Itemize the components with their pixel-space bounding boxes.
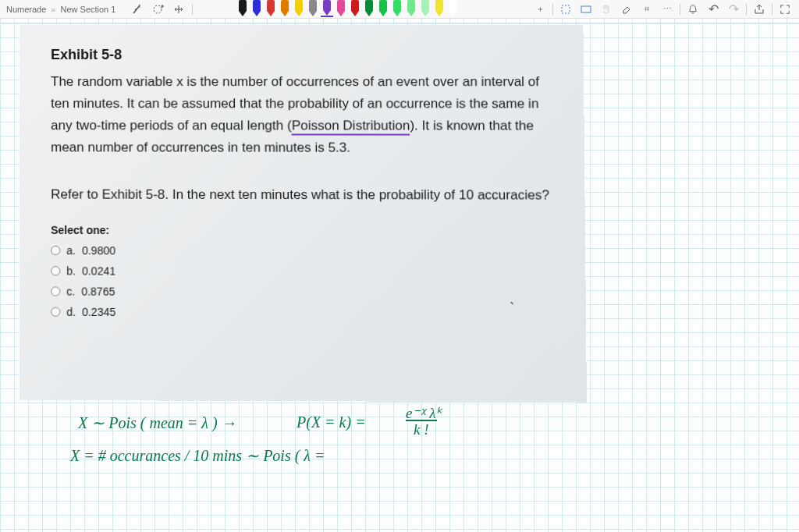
handwriting-line1a: X ∼ Pois ( mean = λ ) →	[78, 413, 237, 432]
svg-rect-2	[562, 5, 570, 13]
move-tool-icon[interactable]	[172, 2, 186, 16]
option-letter: b.	[66, 265, 76, 278]
hand-icon[interactable]	[598, 2, 614, 16]
option-letter: d.	[66, 306, 76, 318]
handwriting-frac-bot: k !	[406, 420, 437, 438]
select-icon[interactable]	[578, 2, 594, 16]
tool-group-text: I	[131, 2, 193, 16]
stray-mark: `	[510, 300, 514, 317]
bell-icon[interactable]	[685, 2, 701, 16]
option-d[interactable]: d.0.2345	[51, 306, 557, 320]
handwriting-line2: X = # occurances / 10 mins ∼ Pois ( λ =	[70, 446, 325, 465]
pen-color-13[interactable]	[419, 0, 431, 17]
option-b[interactable]: b.0.0241	[51, 265, 557, 279]
question-prompt: Refer to Exhibit 5-8. In the next ten mi…	[51, 184, 556, 206]
pen-color-7[interactable]	[335, 0, 347, 17]
toolbar-separator	[772, 4, 772, 15]
options-list: a.0.9800b.0.0241c.0.8765d.0.2345	[51, 244, 557, 320]
pen-color-14[interactable]	[433, 0, 446, 17]
svg-text:I: I	[139, 3, 140, 9]
exhibit-title: Exhibit 5-8	[51, 47, 555, 63]
pen-color-0[interactable]	[236, 0, 249, 17]
fullscreen-icon[interactable]	[777, 2, 793, 16]
radio-icon[interactable]	[51, 307, 60, 317]
eraser-icon[interactable]	[619, 2, 634, 16]
toolbar-separator	[552, 4, 553, 15]
pen-color-1[interactable]	[250, 0, 263, 17]
text-tool-icon[interactable]: I	[131, 2, 145, 16]
exhibit-body: The random variable x is the number of o…	[51, 71, 556, 159]
handwriting-line1b: P(X = k) =	[297, 413, 366, 431]
option-letter: a.	[66, 244, 76, 257]
radio-icon[interactable]	[51, 267, 60, 276]
pen-color-8[interactable]	[349, 0, 361, 17]
option-value: 0.2345	[82, 306, 115, 318]
add-shape-icon[interactable]	[151, 2, 165, 16]
option-value: 0.8765	[81, 286, 115, 298]
lasso-icon[interactable]	[558, 2, 574, 16]
option-c[interactable]: c.0.8765	[51, 286, 557, 300]
app-toolbar: Numerade » New Section 1 I ＋ ⌗	[0, 0, 799, 19]
select-one-label: Select one:	[51, 224, 556, 237]
poisson-link: Poisson Distribution	[292, 118, 410, 135]
svg-point-1	[154, 5, 162, 13]
pen-color-5[interactable]	[307, 0, 319, 17]
option-value: 0.9800	[82, 244, 115, 257]
pen-color-3[interactable]	[279, 0, 291, 17]
pen-color-4[interactable]	[293, 0, 305, 17]
tool-group-right: ＋ ⌗ ⋯ ↶ ↷	[532, 2, 793, 16]
pen-color-6[interactable]	[321, 0, 333, 17]
pen-color-11[interactable]	[391, 0, 403, 17]
option-a[interactable]: a.0.9800	[51, 244, 557, 258]
svg-rect-3	[581, 6, 591, 12]
plus-icon[interactable]: ＋	[532, 2, 548, 16]
breadcrumb-separator: »	[51, 5, 55, 14]
radio-icon[interactable]	[51, 287, 60, 296]
pen-palette	[236, 0, 460, 17]
toolbar-separator	[192, 4, 193, 15]
question-screenshot: Exhibit 5-8 The random variable x is the…	[20, 25, 587, 403]
redo-icon[interactable]: ↷	[726, 2, 741, 16]
more-icon[interactable]: ⋯	[659, 2, 675, 16]
breadcrumb: Numerade » New Section 1	[6, 5, 115, 14]
breadcrumb-section[interactable]: New Section 1	[60, 5, 115, 14]
pen-color-2[interactable]	[265, 0, 277, 17]
pen-color-9[interactable]	[363, 0, 375, 17]
option-value: 0.0241	[82, 265, 115, 278]
pen-color-12[interactable]	[405, 0, 417, 17]
breadcrumb-root[interactable]: Numerade	[6, 5, 46, 14]
share-icon[interactable]	[751, 2, 767, 16]
undo-icon[interactable]: ↶	[705, 2, 721, 16]
ruler-icon[interactable]: ⌗	[639, 2, 655, 16]
toolbar-separator	[680, 4, 680, 15]
toolbar-separator	[746, 4, 747, 15]
pen-color-15[interactable]	[447, 0, 460, 17]
option-letter: c.	[66, 286, 75, 298]
radio-icon[interactable]	[51, 246, 60, 255]
pen-color-10[interactable]	[377, 0, 389, 17]
